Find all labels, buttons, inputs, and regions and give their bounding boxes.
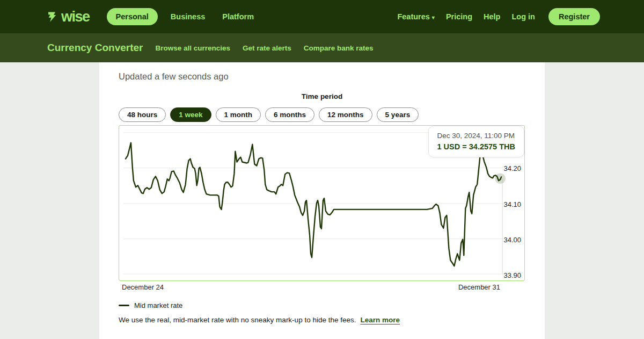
nav-item-pricing[interactable]: Pricing — [445, 8, 473, 25]
chevron-down-icon: ▾ — [432, 15, 435, 20]
learn-more-link[interactable]: Learn more — [360, 316, 400, 324]
tooltip-rate: 1 USD = 34.2575 THB — [437, 142, 515, 151]
period-button-5-years[interactable]: 5 years — [377, 107, 419, 122]
tooltip-date: Dec 30, 2024, 11:00 PM — [437, 132, 515, 140]
navbar-left: wise Personal Business Platform — [47, 8, 258, 25]
period-button-1-month[interactable]: 1 month — [216, 107, 261, 122]
period-button-48-hours[interactable]: 48 hours — [119, 107, 166, 122]
page-title: Currency Converter — [47, 42, 143, 54]
top-navbar: wise Personal Business Platform Features… — [0, 0, 644, 33]
period-button-12-months[interactable]: 12 months — [319, 107, 372, 122]
y-axis-label: 34.00 — [503, 236, 521, 244]
footnote-text: We use the real, mid-market rate with no… — [119, 316, 356, 324]
legend-label: Mid market rate — [134, 301, 182, 309]
x-axis-labels: December 24 December 31 — [119, 283, 525, 292]
mid-market-rate-line — [126, 143, 501, 266]
wise-flag-icon — [47, 10, 61, 24]
time-period-selector: 48 hours 1 week 1 month 6 months 12 mont… — [119, 107, 525, 122]
period-button-1-week[interactable]: 1 week — [170, 107, 211, 122]
nav-item-platform[interactable]: Platform — [218, 8, 258, 25]
subnav-link-rate-alerts[interactable]: Get rate alerts — [243, 44, 291, 52]
legend-line-swatch — [119, 305, 129, 306]
y-axis-label: 34.10 — [503, 200, 521, 208]
subnav-link-compare-bank-rates[interactable]: Compare bank rates — [304, 44, 374, 52]
nav-item-features[interactable]: Features▾ — [396, 8, 435, 25]
mid-market-footnote: We use the real, mid-market rate with no… — [119, 316, 525, 324]
subnav-link-browse-currencies[interactable]: Browse all currencies — [155, 44, 230, 52]
updated-status: Updated a few seconds ago — [119, 71, 525, 82]
y-axis-label: 33.90 — [503, 271, 521, 279]
y-axis-label: 34.20 — [503, 164, 521, 172]
subnav: Currency Converter Browse all currencies… — [0, 33, 644, 62]
navbar-right: Features▾ Pricing Help Log in Register — [396, 8, 600, 25]
wise-logo-text: wise — [61, 10, 90, 24]
nav-item-login[interactable]: Log in — [510, 8, 536, 25]
chart-tooltip: Dec 30, 2024, 11:00 PM 1 USD = 34.2575 T… — [428, 126, 524, 157]
rate-chart[interactable]: Dec 30, 2024, 11:00 PM 1 USD = 34.2575 T… — [119, 125, 525, 281]
nav-item-business[interactable]: Business — [166, 8, 209, 25]
x-axis-end-label: December 31 — [458, 283, 500, 291]
primary-nav: Personal Business Platform — [107, 8, 259, 25]
features-label: Features — [397, 12, 429, 21]
chart-legend: Mid market rate — [119, 301, 525, 309]
wise-logo[interactable]: wise — [47, 10, 90, 24]
x-axis-start-label: December 24 — [122, 283, 164, 291]
time-period-label: Time period — [119, 92, 525, 100]
main-content: Updated a few seconds ago Time period 48… — [99, 62, 545, 339]
period-button-6-months[interactable]: 6 months — [265, 107, 314, 122]
nav-item-personal[interactable]: Personal — [107, 8, 158, 25]
register-button[interactable]: Register — [548, 8, 600, 25]
nav-item-help[interactable]: Help — [482, 8, 501, 25]
